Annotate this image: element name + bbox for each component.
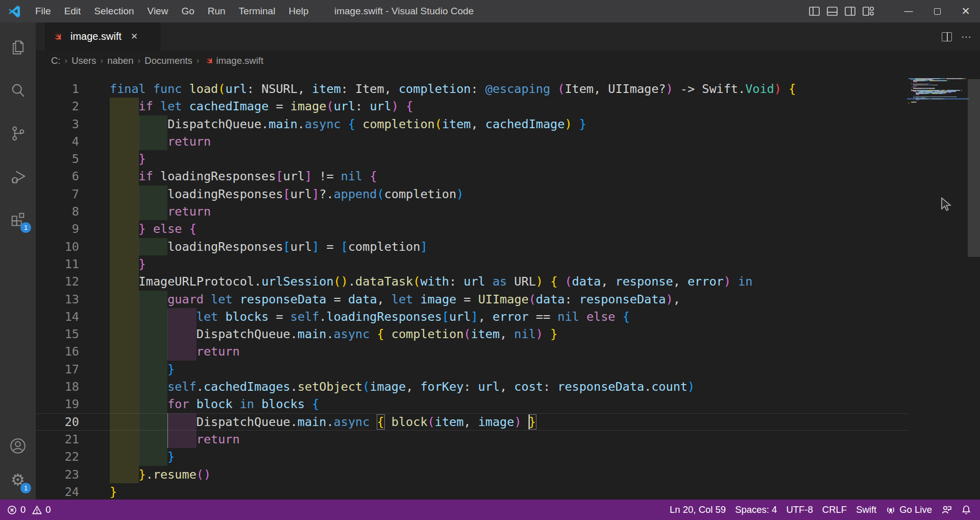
- line-content[interactable]: for block in blocks {: [110, 395, 909, 413]
- code-line[interactable]: 2 if let cachedImage = image(url: url) {: [36, 98, 909, 115]
- line-content[interactable]: DispatchQueue.main.async { block(item, i…: [110, 413, 909, 431]
- line-content[interactable]: }: [110, 448, 909, 465]
- breadcrumb-naben[interactable]: naben: [107, 55, 133, 66]
- code-line[interactable]: 24}: [36, 483, 909, 500]
- menu-view[interactable]: View: [141, 0, 175, 22]
- code-token: url: [283, 169, 305, 183]
- run-debug-icon[interactable]: [0, 160, 36, 192]
- breadcrumb-drive[interactable]: C:: [51, 55, 61, 66]
- code-line[interactable]: 17 }: [36, 361, 909, 378]
- code-line[interactable]: 22 }: [36, 448, 909, 465]
- code-token: (: [435, 117, 442, 131]
- code-token: ,: [377, 292, 391, 306]
- breadcrumb-users[interactable]: Users: [71, 55, 96, 66]
- code-token: error: [493, 310, 529, 324]
- menu-edit[interactable]: Edit: [58, 0, 88, 22]
- eol-setting[interactable]: CRLF: [818, 504, 851, 515]
- go-live-button[interactable]: Go Live: [881, 504, 937, 515]
- toggle-panel-icon[interactable]: [827, 7, 838, 16]
- menu-file[interactable]: File: [29, 0, 58, 22]
- toggle-sidebar-icon[interactable]: [809, 7, 820, 16]
- source-control-icon[interactable]: [0, 117, 36, 149]
- line-content[interactable]: return: [110, 431, 909, 448]
- vertical-scrollbar[interactable]: [968, 79, 980, 257]
- indentation-setting[interactable]: Spaces: 4: [730, 504, 781, 515]
- code-line[interactable]: 11 }: [36, 255, 909, 273]
- code-line[interactable]: 14 let blocks = self.loadingResponses[ur…: [36, 308, 909, 325]
- line-content[interactable]: } else {: [110, 220, 909, 238]
- line-content[interactable]: }: [110, 150, 909, 168]
- line-content[interactable]: loadingResponses[url]?.append(completion…: [110, 185, 909, 203]
- line-content[interactable]: }: [110, 361, 909, 378]
- code-line[interactable]: 4 return: [36, 133, 909, 150]
- line-content[interactable]: }.resume(): [110, 466, 909, 483]
- line-content[interactable]: }: [110, 255, 909, 273]
- code-line[interactable]: 8 return: [36, 203, 909, 220]
- code-line[interactable]: 9 } else {: [36, 220, 909, 238]
- minimap[interactable]: [909, 78, 967, 104]
- menu-terminal[interactable]: Terminal: [232, 0, 282, 22]
- line-content[interactable]: return: [110, 343, 909, 360]
- code-line[interactable]: 18 self.cachedImages.setObject(image, fo…: [36, 378, 909, 395]
- customize-layout-icon[interactable]: [863, 7, 874, 16]
- code-line[interactable]: 21 return: [36, 431, 909, 448]
- code-line[interactable]: 7 loadingResponses[url]?.append(completi…: [36, 185, 909, 203]
- line-content[interactable]: return: [110, 203, 909, 220]
- line-number: 22: [36, 448, 79, 465]
- menu-help[interactable]: Help: [282, 0, 315, 22]
- code-line[interactable]: 6 if loadingResponses[url] != nil {: [36, 168, 909, 185]
- line-content[interactable]: let blocks = self.loadingResponses[url],…: [110, 308, 909, 325]
- breadcrumb-file[interactable]: image.swift: [216, 55, 264, 66]
- code-line[interactable]: 3 DispatchQueue.main.async { completion(…: [36, 115, 909, 133]
- code-token: completion: [362, 117, 434, 131]
- code-line[interactable]: 10 loadingResponses[url] = [completion]: [36, 238, 909, 255]
- line-content[interactable]: }: [110, 483, 909, 500]
- toggle-secondary-sidebar-icon[interactable]: [845, 7, 855, 16]
- code-line[interactable]: 19 for block in blocks {: [36, 395, 909, 413]
- notifications-bell-icon[interactable]: [957, 505, 976, 515]
- language-mode[interactable]: Swift: [851, 504, 881, 515]
- code-editor[interactable]: 1final func load(url: NSURL, item: Item,…: [36, 70, 980, 500]
- tab-image-swift[interactable]: image.swift ✕: [45, 22, 161, 51]
- problems-indicator[interactable]: 0 0: [7, 504, 56, 515]
- line-content[interactable]: ImageURLProtocol.urlSession().dataTask(w…: [110, 273, 909, 290]
- code-line[interactable]: 20 DispatchQueue.main.async { block(item…: [36, 413, 909, 431]
- tab-close-icon[interactable]: ✕: [129, 30, 140, 43]
- feedback-button[interactable]: [937, 505, 957, 515]
- settings-gear-icon[interactable]: ⚙ 1: [0, 464, 36, 495]
- line-content[interactable]: if loadingResponses[url] != nil {: [110, 168, 909, 185]
- menu-run[interactable]: Run: [201, 0, 232, 22]
- search-icon[interactable]: [0, 75, 36, 106]
- close-button[interactable]: ✕: [951, 0, 980, 22]
- line-content[interactable]: guard let responseData = data, let image…: [110, 291, 909, 308]
- menu-selection[interactable]: Selection: [87, 0, 140, 22]
- code-line[interactable]: 1final func load(url: NSURL, item: Item,…: [36, 80, 909, 98]
- line-content[interactable]: DispatchQueue.main.async { completion(it…: [110, 115, 909, 133]
- explorer-icon[interactable]: [0, 32, 36, 63]
- line-content[interactable]: if let cachedImage = image(url: url) {: [110, 98, 909, 115]
- line-content[interactable]: DispatchQueue.main.async { completion(it…: [110, 325, 909, 343]
- extensions-icon[interactable]: 1: [0, 203, 36, 235]
- minimize-button[interactable]: —: [894, 0, 923, 22]
- split-editor-icon[interactable]: [942, 32, 952, 41]
- line-content[interactable]: self.cachedImages.setObject(image, forKe…: [110, 378, 909, 395]
- code-token: ): [536, 274, 543, 289]
- line-content[interactable]: loadingResponses[url] = [completion]: [110, 238, 909, 255]
- cursor-position[interactable]: Ln 20, Col 59: [665, 504, 730, 515]
- code-line[interactable]: 16 return: [36, 343, 909, 360]
- editor-more-actions-icon[interactable]: ⋯: [961, 31, 972, 43]
- code-token: item: [471, 327, 500, 341]
- encoding-setting[interactable]: UTF-8: [781, 504, 817, 515]
- code-line[interactable]: 15 DispatchQueue.main.async { completion…: [36, 325, 909, 343]
- breadcrumb-documents[interactable]: Documents: [144, 55, 192, 66]
- code-line[interactable]: 23 }.resume(): [36, 466, 909, 483]
- line-content[interactable]: return: [110, 133, 909, 150]
- menu-go[interactable]: Go: [175, 0, 201, 22]
- line-content[interactable]: final func load(url: NSURL, item: Item, …: [110, 80, 909, 98]
- code-line[interactable]: 5 }: [36, 150, 909, 168]
- accounts-icon[interactable]: [0, 430, 36, 462]
- code-token: load: [189, 82, 218, 96]
- code-line[interactable]: 12 ImageURLProtocol.urlSession().dataTas…: [36, 273, 909, 290]
- maximize-button[interactable]: [923, 0, 951, 22]
- code-line[interactable]: 13 guard let responseData = data, let im…: [36, 291, 909, 308]
